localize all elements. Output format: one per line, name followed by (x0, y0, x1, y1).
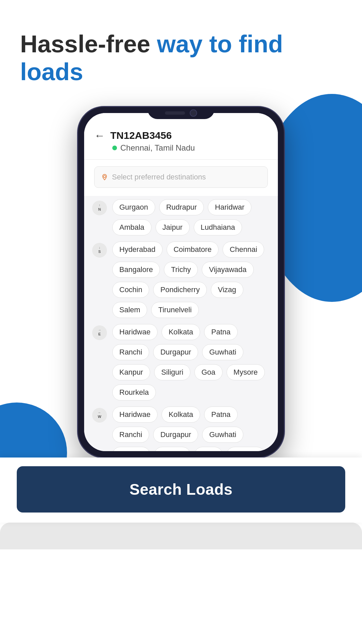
tag-ludhaiana[interactable]: Ludhaiana (194, 219, 242, 235)
phone-sensor (165, 111, 185, 115)
tags-wrap-west: HaridwaeKolkataPatnaRanchiDurgapurGuwhat… (112, 407, 270, 451)
search-box-container: Select preferred destinations (84, 160, 278, 196)
svg-text:E: E (98, 332, 101, 336)
phone-screen: ← TN12AB3456 Chennai, Tamil Nadu Select … (84, 113, 278, 451)
tag-kolkata[interactable]: Kolkata (162, 324, 200, 340)
tag-haridwae[interactable]: Haridwae (112, 324, 158, 340)
destinations-list: ↑ N GurgaonRudrapurHaridwarAmbalaJaipurL… (84, 196, 278, 451)
location-dot (112, 146, 117, 150)
direction-header-north: ↑ N GurgaonRudrapurHaridwarAmbalaJaipurL… (92, 199, 270, 235)
tag-salem[interactable]: Salem (112, 302, 147, 318)
direction-icon-east: → E (92, 325, 107, 340)
back-button[interactable]: ← (94, 130, 105, 141)
bottom-cta: Search Loads (0, 458, 362, 523)
tag-siliguri[interactable]: Siliguri (154, 447, 190, 451)
direction-group-east: → E HaridwaeKolkataPatnaRanchiDurgapurGu… (92, 324, 270, 400)
direction-group-north: ↑ N GurgaonRudrapurHaridwarAmbalaJaipurL… (92, 199, 270, 235)
svg-text:↓: ↓ (99, 246, 101, 249)
tag-durgapur[interactable]: Durgapur (153, 344, 198, 360)
direction-group-south: ↓ S HyderabadCoimbatoreChennaiBangaloreT… (92, 241, 270, 318)
svg-text:↑: ↑ (99, 204, 101, 207)
tag-siliguri[interactable]: Siliguri (154, 364, 190, 380)
tag-haridwar[interactable]: Haridwar (208, 199, 251, 215)
tags-wrap-south: HyderabadCoimbatoreChennaiBangaloreTrich… (112, 241, 270, 318)
tag-patna[interactable]: Patna (204, 407, 238, 423)
tag-haridwae[interactable]: Haridwae (112, 407, 158, 423)
direction-header-south: ↓ S HyderabadCoimbatoreChennaiBangaloreT… (92, 241, 270, 318)
phone-mockup: ← TN12AB3456 Chennai, Tamil Nadu Select … (77, 106, 285, 458)
svg-text:N: N (98, 207, 101, 211)
tag-mysore[interactable]: Mysore (227, 447, 265, 451)
svg-text:W: W (98, 415, 102, 419)
tag-mysore[interactable]: Mysore (227, 364, 265, 380)
direction-header-east: → E HaridwaeKolkataPatnaRanchiDurgapurGu… (92, 324, 270, 400)
search-placeholder: Select preferred destinations (112, 173, 206, 181)
tag-hyderabad[interactable]: Hyderabad (112, 241, 163, 258)
tag-jaipur[interactable]: Jaipur (156, 219, 190, 235)
svg-text:→: → (98, 328, 101, 332)
tag-ambala[interactable]: Ambala (112, 219, 152, 235)
tag-ranchi[interactable]: Ranchi (112, 427, 149, 443)
svg-text:←: ← (98, 411, 101, 414)
tags-wrap-north: GurgaonRudrapurHaridwarAmbalaJaipurLudha… (112, 199, 270, 235)
pin-icon (101, 174, 108, 180)
tag-coimbatore[interactable]: Coimbatore (167, 241, 219, 258)
tag-trichy[interactable]: Trichy (164, 262, 198, 278)
tag-vizag[interactable]: Vizag (211, 282, 243, 298)
tag-kanpur[interactable]: Kanpur (112, 364, 150, 380)
tag-gurgaon[interactable]: Gurgaon (112, 199, 155, 215)
tags-wrap-east: HaridwaeKolkataPatnaRanchiDurgapurGuwhat… (112, 324, 270, 400)
tag-rourkela[interactable]: Rourkela (112, 384, 156, 400)
tag-cochin[interactable]: Cochin (112, 282, 149, 298)
tag-goa[interactable]: Goa (194, 447, 223, 451)
location-text: Chennai, Tamil Nadu (120, 143, 195, 153)
phone-camera (190, 109, 197, 117)
tag-vijayawada[interactable]: Vijayawada (202, 262, 253, 278)
hero-heading: Hassle-free way to find loads (0, 0, 362, 86)
phone-mockup-container: ← TN12AB3456 Chennai, Tamil Nadu Select … (0, 106, 362, 458)
direction-header-west: ← W HaridwaeKolkataPatnaRanchiDurgapurGu… (92, 407, 270, 451)
tag-ranchi[interactable]: Ranchi (112, 344, 149, 360)
tag-guwhati[interactable]: Guwhati (202, 344, 243, 360)
destination-search[interactable]: Select preferred destinations (94, 166, 268, 188)
vehicle-id: TN12AB3456 (110, 130, 172, 141)
search-loads-button[interactable]: Search Loads (17, 466, 345, 513)
next-screen-hint (0, 523, 362, 549)
tag-kanpur[interactable]: Kanpur (112, 447, 150, 451)
tag-bangalore[interactable]: Bangalore (112, 262, 160, 278)
tag-tirunelveli[interactable]: Tirunelveli (151, 302, 198, 318)
tag-pondicherry[interactable]: Pondicherry (153, 282, 206, 298)
direction-icon-west: ← W (92, 408, 107, 423)
tag-rudrapur[interactable]: Rudrapur (159, 199, 204, 215)
direction-group-west: ← W HaridwaeKolkataPatnaRanchiDurgapurGu… (92, 407, 270, 451)
svg-point-0 (104, 175, 106, 178)
tag-patna[interactable]: Patna (204, 324, 238, 340)
hero-heading-part1: Hassle-free (20, 31, 157, 57)
phone-notch (147, 107, 215, 119)
app-header: ← TN12AB3456 Chennai, Tamil Nadu (84, 113, 278, 160)
svg-text:S: S (98, 250, 101, 254)
tag-chennai[interactable]: Chennai (223, 241, 264, 258)
tag-durgapur[interactable]: Durgapur (153, 427, 198, 443)
direction-icon-south: ↓ S (92, 243, 107, 258)
tag-kolkata[interactable]: Kolkata (162, 407, 200, 423)
direction-icon-north: ↑ N (92, 201, 107, 215)
tag-goa[interactable]: Goa (194, 364, 223, 380)
tag-guwhati[interactable]: Guwhati (202, 427, 243, 443)
